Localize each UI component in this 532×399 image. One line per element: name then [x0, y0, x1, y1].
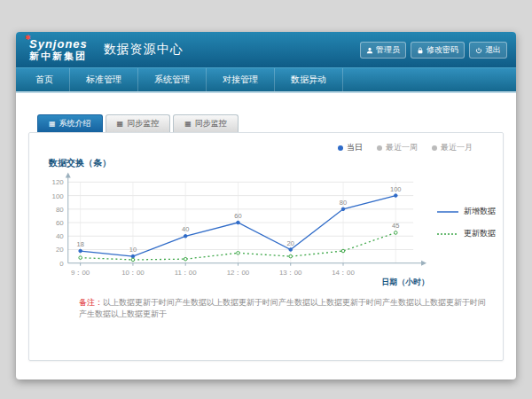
header-actions: 管理员 修改密码 退出 [360, 42, 507, 59]
change-password-label: 修改密码 [426, 44, 458, 56]
tab-bar: ▦系统介绍▦同步监控▦同步监控 [28, 114, 504, 132]
tab-label: 同步监控 [195, 118, 227, 129]
svg-text:14：00: 14：00 [332, 269, 355, 277]
svg-text:40: 40 [182, 225, 189, 233]
user-icon [366, 47, 373, 54]
filter-3[interactable]: 最近一月 [432, 142, 473, 153]
chart-area: 0204060801001209：0010：0011：0012：0013：001… [36, 169, 496, 288]
svg-text:13：00: 13：00 [279, 269, 302, 277]
app-header: ✱ Synjones 新中新集团 数据资源中心 管理员 修改密码 退出 [16, 32, 516, 67]
lock-icon [417, 47, 424, 54]
nav-menu: 首页标准管理系统管理对接管理数据异动 [16, 67, 516, 93]
tab-1[interactable]: ▦系统介绍 [37, 114, 103, 132]
svg-text:100: 100 [390, 185, 401, 193]
chart-legend: 新增数据更新数据 [436, 206, 496, 239]
svg-text:10：00: 10：00 [121, 269, 145, 277]
svg-text:11：00: 11：00 [175, 269, 198, 277]
footnote-text: 以上数据更新于时间产生数据以上数据更新于时间产生数据以上数据更新于时间产生数据以… [79, 298, 486, 318]
footnote: 备注：以上数据更新于时间产生数据以上数据更新于时间产生数据以上数据更新于时间产生… [36, 297, 496, 319]
filter-1[interactable]: 当日 [338, 142, 363, 153]
svg-text:80: 80 [56, 206, 64, 214]
page-title: 数据资源中心 [104, 42, 184, 58]
tab-label: 系统介绍 [59, 118, 91, 129]
logo-subtitle: 新中新集团 [29, 51, 88, 61]
tab-label: 同步监控 [127, 118, 159, 129]
change-password-button[interactable]: 修改密码 [411, 42, 465, 59]
app-window: ✱ Synjones 新中新集团 数据资源中心 管理员 修改密码 退出 首页标准… [16, 32, 516, 379]
content-area: ▦系统介绍▦同步监控▦同步监控 当日最近一周最近一月 数据交换（条） 02040… [16, 93, 516, 361]
svg-text:20: 20 [56, 246, 64, 254]
logo-star-icon: ✱ [25, 35, 31, 42]
y-axis-label: 数据交换（条） [49, 157, 496, 169]
svg-text:9：00: 9：00 [71, 269, 90, 277]
nav-item-5[interactable]: 数据异动 [275, 68, 343, 91]
filter-label: 当日 [347, 142, 363, 153]
nav-item-4[interactable]: 对接管理 [207, 68, 275, 91]
filter-dot-icon [377, 145, 382, 151]
logo-name: Synjones [29, 38, 88, 50]
logout-button[interactable]: 退出 [469, 42, 507, 59]
svg-text:60: 60 [234, 212, 241, 220]
time-filter-group: 当日最近一周最近一月 [36, 138, 496, 155]
filter-label: 最近一周 [386, 142, 418, 153]
svg-text:60: 60 [56, 219, 64, 227]
tab-grid-icon: ▦ [49, 121, 56, 128]
legend-label: 更新数据 [464, 228, 496, 239]
svg-text:20: 20 [287, 239, 294, 247]
admin-user-button[interactable]: 管理员 [360, 42, 406, 59]
svg-text:80: 80 [340, 199, 347, 207]
logout-label: 退出 [485, 44, 501, 56]
svg-text:12：00: 12：00 [227, 269, 250, 277]
tab-2[interactable]: ▦同步监控 [106, 114, 171, 132]
admin-user-label: 管理员 [376, 44, 400, 56]
nav-item-1[interactable]: 首页 [20, 68, 70, 91]
power-icon [475, 47, 482, 54]
nav-item-2[interactable]: 标准管理 [70, 68, 138, 91]
tab-grid-icon: ▦ [184, 121, 192, 128]
line-chart-svg: 0204060801001209：0010：0011：0012：0013：001… [36, 169, 433, 288]
nav-item-3[interactable]: 系统管理 [138, 68, 207, 91]
svg-text:45: 45 [392, 223, 399, 231]
legend-item-2[interactable]: 更新数据 [436, 228, 496, 239]
tab-grid-icon: ▦ [117, 121, 124, 128]
svg-text:0: 0 [59, 260, 64, 268]
svg-text:120: 120 [52, 178, 65, 186]
filter-dot-icon [338, 145, 343, 151]
svg-text:100: 100 [52, 192, 65, 200]
tab-3[interactable]: ▦同步监控 [173, 114, 239, 132]
filter-label: 最近一月 [441, 142, 473, 153]
svg-text:18: 18 [77, 240, 84, 248]
legend-label: 新增数据 [464, 206, 496, 217]
svg-text:日期（小时）: 日期（小时） [381, 278, 429, 286]
svg-text:40: 40 [56, 232, 64, 240]
logo: ✱ Synjones 新中新集团 [25, 38, 88, 61]
legend-item-1[interactable]: 新增数据 [436, 206, 496, 217]
content-panel: 当日最近一周最近一月 数据交换（条） 0204060801001209：0010… [28, 132, 504, 361]
svg-text:10: 10 [129, 246, 137, 254]
filter-dot-icon [432, 145, 437, 151]
filter-2[interactable]: 最近一周 [377, 142, 418, 153]
footnote-label: 备注： [79, 298, 103, 307]
